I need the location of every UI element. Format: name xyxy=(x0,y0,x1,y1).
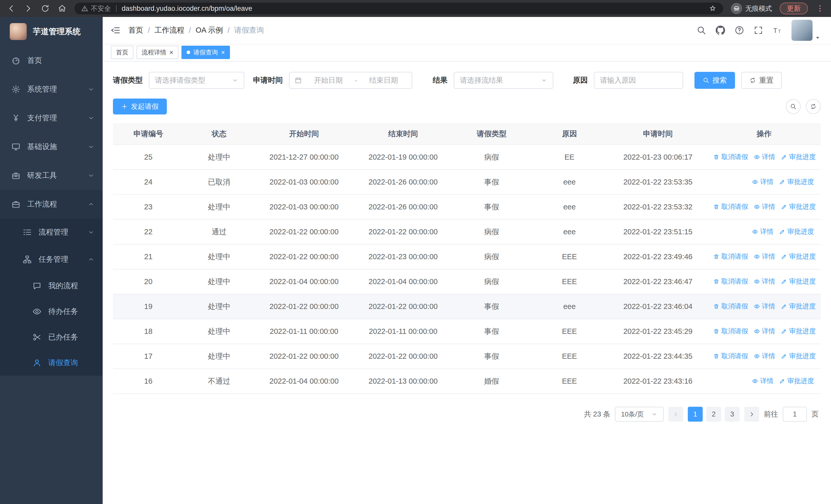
cancel-action-link[interactable]: 取消请假 xyxy=(713,327,748,336)
detail-action-link[interactable]: 详情 xyxy=(754,277,775,286)
goto-page-input[interactable] xyxy=(783,407,807,422)
cell-start: 2022-01-04 00:00:00 xyxy=(255,369,354,394)
cell-apply: 2022-01-23 00:06:17 xyxy=(608,145,708,170)
detail-action-link[interactable]: 详情 xyxy=(754,302,775,311)
trash-icon xyxy=(713,328,719,334)
detail-action-link[interactable]: 详情 xyxy=(754,352,775,360)
header-search-icon[interactable] xyxy=(696,25,706,35)
page-button-2[interactable]: 2 xyxy=(706,407,721,422)
reset-button[interactable]: 重置 xyxy=(741,72,782,89)
cell-end: 2022-01-26 00:00:00 xyxy=(354,170,453,195)
toggle-search-button[interactable] xyxy=(786,99,801,114)
leave-type-label: 请假类型 xyxy=(113,75,143,85)
page-button-1[interactable]: 1 xyxy=(688,407,703,422)
progress-action-link[interactable]: 审批进度 xyxy=(779,227,814,236)
security-indicator[interactable]: 不安全 xyxy=(81,4,111,13)
user-icon xyxy=(32,358,41,367)
browser-forward-button[interactable] xyxy=(24,4,33,13)
cancel-action-link[interactable]: 取消请假 xyxy=(713,302,748,311)
browser-update-button[interactable]: 更新 xyxy=(780,3,808,14)
tab-leave-query[interactable]: 请假查询 × xyxy=(181,46,230,59)
breadcrumb-item[interactable]: OA 示例 xyxy=(196,25,223,35)
close-icon[interactable]: × xyxy=(221,49,225,56)
refresh-table-button[interactable] xyxy=(806,99,821,114)
detail-action-link[interactable]: 详情 xyxy=(754,252,775,261)
leave-type-select[interactable]: 请选择请假类型 xyxy=(149,72,244,89)
progress-action-link[interactable]: 审批进度 xyxy=(781,327,816,336)
detail-action-link[interactable]: 详情 xyxy=(754,202,775,211)
cancel-action-link[interactable]: 取消请假 xyxy=(713,277,748,286)
collapse-sidebar-icon[interactable] xyxy=(110,25,121,35)
browser-reload-button[interactable] xyxy=(40,4,50,13)
result-label: 结果 xyxy=(433,75,448,85)
progress-action-link[interactable]: 审批进度 xyxy=(781,302,816,311)
cancel-action-link[interactable]: 取消请假 xyxy=(713,152,748,161)
font-size-icon[interactable]: TT xyxy=(773,25,782,35)
prev-page-button[interactable] xyxy=(668,407,683,422)
progress-action-link[interactable]: 审批进度 xyxy=(779,377,814,385)
sidebar-item-todo-tasks[interactable]: 待办任务 xyxy=(0,299,103,324)
search-button[interactable]: 搜索 xyxy=(694,72,735,89)
browser-back-button[interactable] xyxy=(7,4,16,13)
progress-action-link[interactable]: 审批进度 xyxy=(779,177,814,186)
end-date-input[interactable] xyxy=(361,76,406,84)
page-button-3[interactable]: 3 xyxy=(725,407,740,422)
tab-process-detail[interactable]: 流程详情 × xyxy=(137,46,178,59)
reason-input[interactable] xyxy=(600,76,677,84)
github-icon[interactable] xyxy=(716,25,725,35)
detail-action-link[interactable]: 详情 xyxy=(752,377,774,385)
eye-icon xyxy=(754,278,760,285)
create-leave-button[interactable]: 发起请假 xyxy=(113,98,167,114)
chevron-down-icon xyxy=(88,86,94,93)
progress-action-link[interactable]: 审批进度 xyxy=(781,252,816,261)
progress-action-link[interactable]: 审批进度 xyxy=(781,277,816,286)
start-date-input[interactable] xyxy=(306,76,351,84)
cancel-action-link[interactable]: 取消请假 xyxy=(713,252,748,261)
apply-time-range-picker[interactable]: - xyxy=(289,72,412,89)
cell-start: 2021-12-27 00:00:00 xyxy=(255,145,354,170)
user-menu[interactable] xyxy=(792,20,821,41)
pagination: 共 23 条 10条/页 123 前往 页 xyxy=(103,407,819,422)
cell-type: 病假 xyxy=(453,219,531,244)
detail-action-link[interactable]: 详情 xyxy=(754,152,775,161)
tab-home[interactable]: 首页 xyxy=(111,46,134,59)
sidebar-menu: 首页 系统管理 支付管理 基础设施 研发工具 xyxy=(0,46,103,376)
sidebar-item-infra[interactable]: 基础设施 xyxy=(0,132,103,161)
progress-action-link[interactable]: 审批进度 xyxy=(781,152,816,161)
help-icon[interactable] xyxy=(735,25,744,35)
breadcrumb-separator: / xyxy=(148,26,150,35)
sidebar-item-my-process[interactable]: 我的流程 xyxy=(0,273,103,299)
sidebar-item-process-mgmt[interactable]: 流程管理 xyxy=(0,219,103,246)
progress-action-link[interactable]: 审批进度 xyxy=(781,202,816,211)
sidebar-item-payment[interactable]: 支付管理 xyxy=(0,104,103,132)
page-size-select[interactable]: 10条/页 xyxy=(615,407,664,422)
result-select[interactable]: 请选择流结果 xyxy=(454,72,553,89)
close-icon[interactable]: × xyxy=(169,49,173,56)
incognito-label: 无痕模式 xyxy=(745,4,772,13)
cancel-action-link[interactable]: 取消请假 xyxy=(713,202,748,211)
url-bar[interactable]: 不安全 dashboard.yudao.iocoder.cn/bpm/oa/le… xyxy=(75,3,723,14)
breadcrumb-item[interactable]: 首页 xyxy=(128,25,143,35)
incognito-indicator: 无痕模式 xyxy=(731,3,772,14)
sidebar-item-task-mgmt[interactable]: 任务管理 xyxy=(0,246,103,273)
chevron-down-icon xyxy=(88,115,94,121)
fullscreen-icon[interactable] xyxy=(753,25,763,35)
cancel-action-link[interactable]: 取消请假 xyxy=(713,352,748,360)
breadcrumb-item[interactable]: 工作流程 xyxy=(154,25,184,35)
detail-action-link[interactable]: 详情 xyxy=(752,177,774,186)
detail-action-link[interactable]: 详情 xyxy=(754,327,775,336)
browser-home-button[interactable] xyxy=(57,4,67,13)
browser-menu-icon[interactable] xyxy=(815,4,824,13)
sidebar-item-system[interactable]: 系统管理 xyxy=(0,75,103,104)
sidebar-item-leave-query[interactable]: 请假查询 xyxy=(0,350,103,376)
sidebar-item-devtools[interactable]: 研发工具 xyxy=(0,161,103,190)
sidebar-item-workflow[interactable]: 工作流程 xyxy=(0,190,103,219)
sidebar-item-home[interactable]: 首页 xyxy=(0,46,103,75)
bookmark-star-icon[interactable] xyxy=(709,5,717,12)
sidebar-item-done-tasks[interactable]: 已办任务 xyxy=(0,324,103,350)
sidebar-item-label: 我的流程 xyxy=(48,281,78,291)
next-page-button[interactable] xyxy=(744,407,759,422)
progress-action-link[interactable]: 审批进度 xyxy=(781,352,816,360)
detail-action-link[interactable]: 详情 xyxy=(752,227,774,236)
app-logo[interactable]: 芋道管理系统 xyxy=(0,17,103,46)
